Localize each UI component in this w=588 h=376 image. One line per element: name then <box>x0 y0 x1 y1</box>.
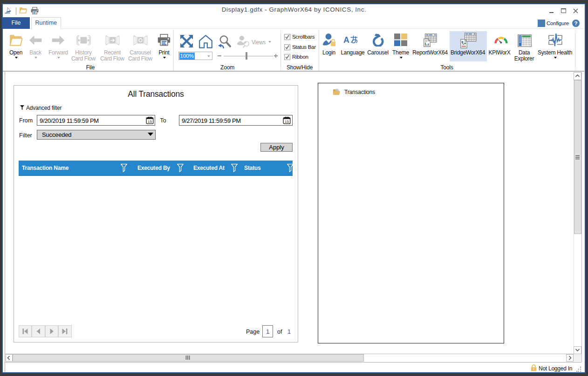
svg-text:15: 15 <box>148 119 152 123</box>
svg-text:15: 15 <box>285 119 289 123</box>
